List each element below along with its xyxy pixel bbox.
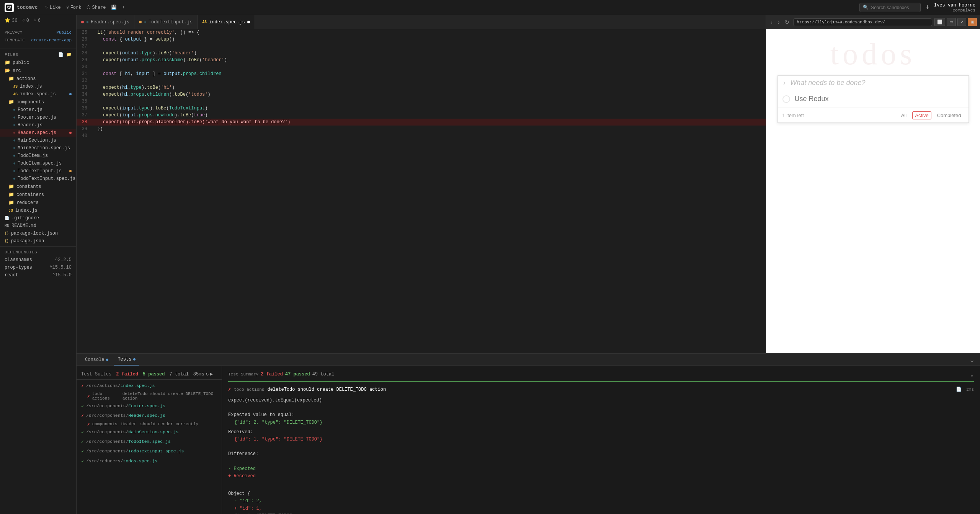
filter-all[interactable]: All [898, 111, 909, 119]
dep-classnames[interactable]: classnames ^2.2.5 [0, 256, 76, 264]
dep-prop-types[interactable]: prop-types ^15.5.10 [0, 264, 76, 271]
tab-todotextinput[interactable]: ⚛ TodoTextInput.js [134, 15, 198, 29]
panel-toggle[interactable]: ⌄ [970, 354, 974, 366]
test-item-mainsection[interactable]: ✓ /src/components/MainSection.spec.js [77, 428, 222, 437]
run-icon[interactable]: ▶ [210, 371, 213, 377]
sidebar-folder-containers[interactable]: 📁 containers [0, 191, 76, 199]
todo-checkbox[interactable] [782, 95, 790, 103]
sidebar-file-gitignore[interactable]: 📄 .gitignore [0, 214, 76, 222]
sidebar-file-mainsection-js[interactable]: ⚛ MainSection.js [0, 137, 76, 144]
react-icon: ⚛ [13, 176, 15, 181]
hearts-count: ♡ 0 [22, 18, 29, 23]
fork-button[interactable]: ⑂ Fork [66, 5, 82, 10]
detail-total: 49 total [312, 372, 335, 377]
sidebar-file-header-js[interactable]: ⚛ Header.js [0, 121, 76, 129]
code-line-25: 25 it('should render correctly', () => { [77, 29, 766, 36]
bottom-panel: Console Tests ⌄ Test Suites 2 failed 5 p… [77, 353, 980, 514]
preview-back-button[interactable]: ‹ [769, 18, 774, 26]
line-number: 30 [77, 64, 92, 70]
new-file-icon[interactable]: 📄 [58, 52, 64, 57]
test-suites-label: Test Suites [81, 372, 111, 377]
tab-index-spec[interactable]: JS index.spec.js [198, 15, 255, 29]
new-folder-icon[interactable]: 📁 [66, 52, 72, 57]
sidebar-file-index-js[interactable]: JS index.js [0, 83, 76, 90]
sidebar-file-index-spec-js[interactable]: JS index.spec.js [0, 90, 76, 98]
file-name: TodoItem.js [18, 153, 48, 158]
preview-tablet-button[interactable]: ▭ [947, 18, 956, 26]
sidebar-folder-constants[interactable]: 📁 constants [0, 183, 76, 191]
search-box[interactable]: 🔍 [859, 3, 921, 12]
preview-refresh-button[interactable]: ↻ [783, 18, 791, 26]
fail-file-icon: 📄 [956, 387, 962, 392]
test-nested-header[interactable]: ✗ components Header should render correc… [77, 421, 222, 428]
preview-forward-button[interactable]: › [776, 18, 781, 26]
tab-label: Header.spec.js [91, 20, 129, 25]
files-actions[interactable]: 📄 📁 [58, 52, 72, 57]
tab-label: TodoTextInput.js [149, 20, 193, 25]
suites-total: 7 total [169, 372, 188, 377]
tab-console[interactable]: Console [81, 354, 112, 366]
code-line-31: 31 const [ h1, input ] = output.props.ch… [77, 70, 766, 77]
sidebar-folder-components[interactable]: 📁 components [0, 98, 76, 106]
topbar-right: 🔍 + Ives van Hoorne Compulves [859, 3, 975, 13]
code-line-26: 26 const { output } = setup() [77, 36, 766, 43]
test-path: /src/actions/index.spec.js [86, 383, 155, 389]
test-item-header[interactable]: ✗ /src/components/Header.spec.js [77, 411, 222, 421]
sidebar-file-package-lock[interactable]: {} package-lock.json [0, 230, 76, 237]
save-button[interactable]: 💾 [111, 5, 117, 10]
test-fail-icon: ✗ [81, 383, 84, 389]
line-number: 25 [77, 29, 92, 36]
tab-header-spec[interactable]: ⚛ Header.spec.js [77, 15, 134, 29]
test-item-actions[interactable]: ✗ /src/actions/index.spec.js [77, 381, 222, 391]
sidebar-file-todotextinput-js[interactable]: ⚛ TodoTextInput.js [0, 167, 76, 175]
sidebar-file-readme[interactable]: MD README.md [0, 222, 76, 230]
sidebar-file-footer-spec-js[interactable]: ⚛ Footer.spec.js [0, 114, 76, 121]
code-line-30: 30 [77, 64, 766, 70]
editor-area: ⚛ Header.spec.js ⚛ TodoTextInput.js JS i… [77, 15, 980, 514]
sidebar-file-mainsection-spec-js[interactable]: ⚛ MainSection.spec.js [0, 144, 76, 152]
test-sub: deleteTodo should create DELETE_TODO act… [122, 392, 217, 401]
sidebar-file-src-index-js[interactable]: JS index.js [0, 207, 76, 214]
react-icon: ⚛ [13, 108, 15, 112]
test-item-todos[interactable]: ✓ /src/reducers/todos.spec.js [77, 457, 222, 466]
sidebar-file-package-json[interactable]: {} package.json [0, 237, 76, 245]
sidebar-folder-public[interactable]: 📁 public [0, 59, 76, 67]
sidebar-folder-reducers[interactable]: 📁 reducers [0, 199, 76, 207]
test-item-todoitem[interactable]: ✓ /src/components/TodoItem.spec.js [77, 437, 222, 447]
test-item-todotextinput[interactable]: ✓ /src/components/TodoTextInput.spec.js [77, 447, 222, 456]
line-content: }) [92, 126, 103, 132]
test-fail-icon: ✗ [81, 413, 84, 419]
sidebar-file-todoitem-js[interactable]: ⚛ TodoItem.js [0, 152, 76, 160]
topbar: todomvc ♡ Like ⑂ Fork ⬡ Share 💾 ⬇ 🔍 + Iv… [0, 0, 980, 15]
preview-open-button[interactable]: ↗ [957, 18, 966, 26]
sidebar-file-todoitem-spec-js[interactable]: ⚛ TodoItem.spec.js [0, 160, 76, 167]
add-button[interactable]: + [925, 4, 929, 11]
react-icon: ⚛ [13, 123, 15, 127]
sidebar-folder-actions[interactable]: 📁 actions [0, 75, 76, 83]
detail-collapse-icon[interactable]: ⌄ [970, 370, 974, 378]
test-item-footer[interactable]: ✓ /src/components/Footer.spec.js [77, 401, 222, 411]
dep-version: ^15.5.0 [52, 273, 72, 278]
sidebar-file-footer-js[interactable]: ⚛ Footer.js [0, 106, 76, 114]
code-editor[interactable]: 25 it('should render correctly', () => {… [77, 29, 766, 353]
sidebar-folder-src[interactable]: 📂 src [0, 67, 76, 75]
forks-count: ⑂ 6 [34, 18, 41, 23]
sidebar-file-header-spec-js[interactable]: ⚛ Header.spec.js [0, 129, 76, 137]
preview-extra-button[interactable]: ▣ [968, 18, 977, 26]
tab-tests[interactable]: Tests [114, 354, 139, 366]
url-bar[interactable]: https://llyloj1m49.codesandbox.dev/ [793, 18, 932, 26]
like-button[interactable]: ♡ Like [46, 5, 61, 10]
test-suites-panel: Test Suites 2 failed 5 passed 7 total 85… [77, 366, 222, 514]
download-button[interactable]: ⬇ [122, 5, 125, 10]
share-button[interactable]: ⬡ Share [87, 5, 106, 10]
line-number: 34 [77, 91, 92, 98]
filter-active[interactable]: Active [912, 111, 931, 119]
sidebar-file-todotextinput-spec-js[interactable]: ⚛ TodoTextInput.spec.js [0, 175, 76, 183]
test-nested-item[interactable]: ✗ todo actions deleteTodo should create … [77, 391, 222, 401]
filter-completed[interactable]: Completed [934, 111, 964, 119]
preview-desktop-button[interactable]: ⬜ [934, 18, 945, 26]
dep-react[interactable]: react ^15.5.0 [0, 271, 76, 279]
refresh-icon[interactable]: ↻ [206, 371, 209, 377]
search-input[interactable] [871, 5, 917, 10]
console-dot [106, 359, 108, 361]
